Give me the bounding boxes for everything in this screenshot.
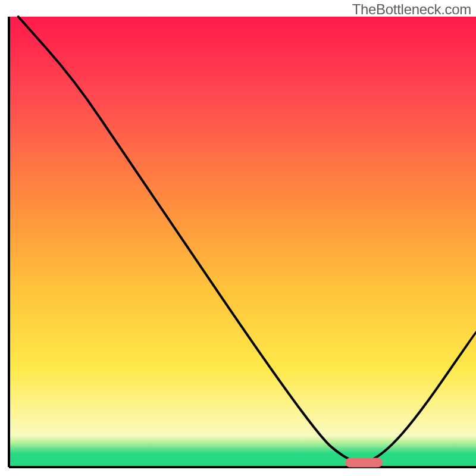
gradient-background [9,17,476,467]
watermark-text: TheBottleneck.com [352,1,471,18]
optimum-marker [345,458,383,467]
bottleneck-chart [0,0,476,476]
chart-container: TheBottleneck.com [0,0,476,476]
